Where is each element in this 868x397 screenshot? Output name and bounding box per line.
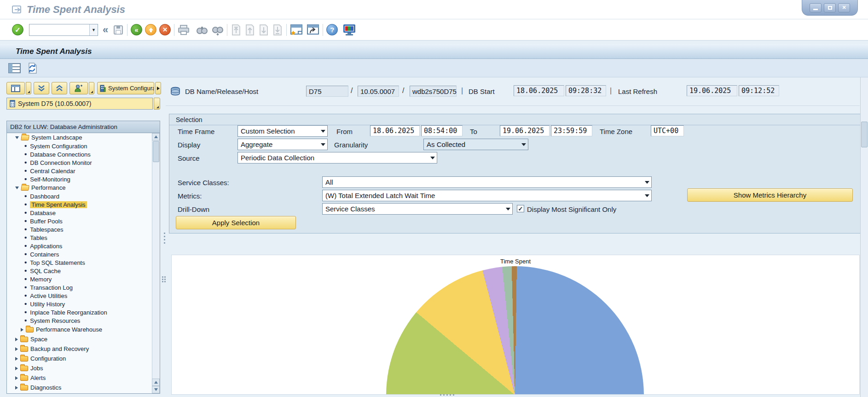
main-scrollbar[interactable] [860, 77, 868, 397]
chevron-down-icon[interactable] [642, 177, 651, 187]
minimize-button[interactable] [810, 3, 822, 12]
expander-closed-icon[interactable] [15, 357, 18, 361]
tree-scrollbar[interactable] [152, 133, 160, 393]
system-selector-menu-button[interactable] [154, 98, 160, 110]
tree-item-active-utilities[interactable]: •Active Utilities [7, 292, 151, 300]
configurator-overflow-button[interactable] [155, 82, 161, 94]
from-time-field[interactable]: 08:54:00 [421, 125, 463, 136]
tree-item-label[interactable]: Jobs [30, 365, 43, 372]
tree-item-performance[interactable]: Performance [7, 183, 151, 192]
tree-item-buffer-pools[interactable]: •Buffer Pools [7, 217, 151, 225]
apply-selection-button[interactable]: Apply Selection [176, 216, 296, 229]
system-configurator-button[interactable]: System Configura [97, 82, 154, 94]
tree-item-label[interactable]: Diagnostics [30, 384, 61, 391]
tree-item-label[interactable]: Applications [30, 243, 62, 250]
chevron-down-icon[interactable] [503, 204, 512, 214]
expander-open-icon[interactable] [15, 136, 19, 139]
pie[interactable] [386, 266, 644, 395]
tree-item-system-configuration[interactable]: •System Configuration [7, 142, 151, 150]
tree-item-label[interactable]: Transaction Log [30, 284, 73, 291]
tree-item-jobs[interactable]: Jobs [7, 363, 151, 373]
expander-closed-icon[interactable] [15, 338, 18, 341]
print-icon[interactable] [178, 24, 190, 35]
tree-item-label[interactable]: Containers [30, 251, 59, 258]
tree-item-label[interactable]: Performance [31, 184, 65, 191]
collapse-chevrons-icon[interactable]: « [103, 24, 108, 36]
tree-item-performance-warehouse[interactable]: Performance Warehouse [7, 325, 151, 334]
enter-icon[interactable]: ✓ [12, 24, 23, 35]
granularity-combo[interactable]: As Collected [423, 139, 528, 150]
tree-item-space[interactable]: Space [7, 334, 151, 344]
tree-item-central-calendar[interactable]: •Central Calendar [7, 167, 151, 175]
refresh-icon[interactable] [26, 62, 38, 74]
expander-closed-icon[interactable] [15, 367, 18, 370]
tree-item-label[interactable]: Space [30, 336, 47, 343]
drill-down-combo[interactable]: Service Classes [322, 203, 513, 215]
from-date-field[interactable]: 18.06.2025 [370, 125, 420, 136]
tree-item-label[interactable]: Alerts [30, 374, 46, 381]
time-zone-field[interactable]: UTC+00 [651, 125, 684, 136]
tree-item-label[interactable]: Central Calendar [30, 168, 75, 175]
tree-item-label[interactable]: Buffer Pools [30, 218, 63, 225]
layout-button[interactable] [6, 82, 25, 94]
tree-item-diagnostics[interactable]: Diagnostics [7, 383, 151, 392]
time-frame-combo[interactable]: Custom Selection [237, 125, 328, 137]
exit-icon[interactable] [145, 24, 156, 35]
tree-item-memory[interactable]: •Memory [7, 275, 151, 283]
tree-scroll-up2-icon[interactable] [152, 379, 160, 386]
tree-item-containers[interactable]: •Containers [7, 250, 151, 258]
expander-open-icon[interactable] [15, 187, 19, 189]
back-icon[interactable]: « [131, 24, 142, 35]
most-significant-checkbox[interactable]: ✓ [517, 205, 524, 212]
tree-item-label[interactable]: System Resources [30, 317, 80, 324]
expander-closed-icon[interactable] [15, 347, 18, 351]
expander-closed-icon[interactable] [15, 386, 18, 390]
tree-item-configuration[interactable]: Configuration [7, 354, 151, 363]
tree-item-system-resources[interactable]: •System Resources [7, 316, 151, 325]
layout-menu-button[interactable] [26, 82, 31, 94]
tree-item-database-connections[interactable]: •Database Connections [7, 150, 151, 158]
tree-item-top-sql-statements[interactable]: •Top SQL Statements [7, 258, 151, 267]
tree-item-utility-history[interactable]: •Utility History [7, 300, 151, 308]
cancel-icon[interactable]: ✕ [159, 24, 171, 35]
tree-item-label[interactable]: Top SQL Statements [30, 259, 85, 266]
expand-all-button[interactable] [52, 82, 67, 94]
save-icon[interactable] [113, 24, 124, 35]
tree-item-system-landscape[interactable]: System Landscape [7, 133, 151, 142]
splitter-handle[interactable] [164, 233, 165, 244]
tree-item-label[interactable]: SQL Cache [30, 268, 61, 274]
display-combo[interactable]: Aggregate [237, 139, 328, 150]
service-classes-combo[interactable]: All [322, 176, 652, 188]
tree-item-label[interactable]: Active Utilities [30, 292, 67, 299]
tree-item-label[interactable]: Tablespaces [30, 226, 63, 233]
splitter-grip[interactable] [162, 276, 166, 282]
tree-item-label[interactable]: System Landscape [31, 134, 82, 141]
chevron-down-icon[interactable] [318, 139, 327, 150]
tree-item-self-monitoring[interactable]: •Self-Monitoring [7, 175, 151, 183]
tree-item-backup-and-recovery[interactable]: Backup and Recovery [7, 344, 151, 354]
tree-item-label[interactable]: Inplace Table Reorganization [30, 309, 107, 316]
tree-item-label[interactable]: Time Spent Analysis [30, 201, 87, 208]
tree-item-label[interactable]: Self-Monitoring [30, 176, 70, 183]
chevron-down-icon[interactable] [318, 126, 327, 136]
command-input[interactable] [29, 24, 89, 35]
show-metrics-hierarchy-button[interactable]: Show Metrics Hierarchy [687, 188, 853, 202]
to-date-field[interactable]: 19.06.2025 [500, 125, 550, 136]
customize-layout-icon[interactable] [342, 23, 356, 36]
tree-item-tables[interactable]: •Tables [7, 234, 151, 242]
chevron-down-icon[interactable] [642, 190, 651, 201]
tree-item-alerts[interactable]: Alerts [7, 373, 151, 383]
tree-scroll-down-icon[interactable] [152, 386, 160, 393]
user-settings-button[interactable] [69, 82, 88, 94]
tree-item-label[interactable]: DB Connection Monitor [30, 159, 92, 166]
restore-button[interactable] [824, 3, 836, 12]
tree-item-label[interactable]: Memory [30, 276, 52, 283]
user-settings-menu-button[interactable] [89, 82, 94, 94]
tree-item-label[interactable]: Tables [30, 234, 47, 241]
tree-scroll-up-icon[interactable] [152, 133, 160, 140]
new-session-icon[interactable] [290, 24, 303, 36]
chevron-down-icon[interactable] [519, 139, 528, 150]
tree-item-label[interactable]: System Configuration [30, 143, 87, 150]
find-icon[interactable] [196, 24, 208, 35]
tree-item-dashboard[interactable]: •Dashboard [7, 192, 151, 200]
